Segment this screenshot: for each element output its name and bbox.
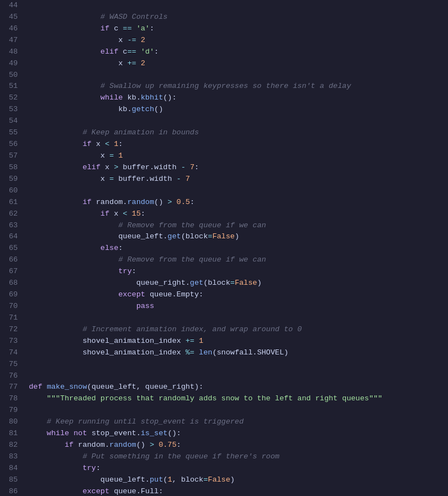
table-row: 85 queue_left.put(1, block=False) [9,474,448,486]
code-line-content: x += 2 [29,58,145,70]
table-row: 62 if x < 15: [9,208,448,220]
code-line-content: try: [29,266,136,278]
code-line-content: # WASD Controls [29,12,167,23]
line-number: 84 [9,463,29,474]
code-line-content: queue_right.get(block=False) [29,278,261,289]
line-number: 46 [9,23,29,35]
code-line-content: if random.random() > 0.75: [29,440,181,451]
code-line-content: pass [29,301,154,312]
table-row: 74 shovel_animation_index %= len(snowfal… [9,347,448,359]
code-line-content: x = 1 [29,150,123,162]
line-number: 68 [9,278,29,289]
line-number: 55 [9,127,29,139]
line-number: 83 [9,451,29,463]
line-number: 56 [9,139,29,150]
code-line-content [29,405,33,416]
code-line-content: # Remove from the queue if we can [29,254,266,266]
code-line-content [29,370,33,382]
table-row: 57 x = 1 [9,150,448,162]
line-number: 48 [9,46,29,58]
table-row: 65 else: [9,243,448,254]
line-number: 52 [9,92,29,104]
table-row: 46 if c == 'a': [9,23,448,35]
code-line-content: else: [29,243,123,254]
line-number: 86 [9,486,29,496]
line-number: 82 [9,440,29,451]
table-row: 52 while kb.kbhit(): [9,92,448,104]
line-number: 53 [9,104,29,116]
table-row: 54 [9,116,448,127]
line-number: 72 [9,324,29,336]
code-line-content [29,0,33,12]
line-number: 59 [9,174,29,185]
table-row: 70 pass [9,301,448,312]
line-number: 60 [9,185,29,197]
table-row: 79 [9,405,448,416]
table-row: 69 except queue.Empty: [9,289,448,301]
table-row: 78 """Threaded process that randomly add… [9,393,448,405]
table-row: 60 [9,185,448,197]
code-line-content: if random.random() > 0.5: [29,197,194,208]
code-line-content [29,359,33,370]
line-number: 54 [9,116,29,127]
table-row: 55 # Keep animation in bounds [9,127,448,139]
table-row: 48 elif c== 'd': [9,46,448,58]
table-row: 50 [9,70,448,81]
table-row: 84 try: [9,463,448,474]
code-line-content: shovel_animation_index %= len(snowfall.S… [29,347,288,359]
code-area: 44 45 # WASD Controls46 if c == 'a':47 x… [0,0,448,496]
code-line-content: if x < 15: [29,208,145,220]
table-row: 77def make_snow(queue_left, queue_right)… [9,382,448,393]
code-line-content: elif x > buffer.width - 7: [29,162,199,174]
code-line-content: if c == 'a': [29,23,154,35]
table-row: 44 [9,0,448,12]
line-number: 64 [9,231,29,243]
table-row: 86 except queue.Full: [9,486,448,496]
line-number: 71 [9,312,29,324]
line-number: 58 [9,162,29,174]
code-line-content: """Threaded process that randomly adds s… [29,393,382,405]
table-row: 58 elif x > buffer.width - 7: [9,162,448,174]
code-line-content: # Keep animation in bounds [29,127,199,139]
table-row: 53 kb.getch() [9,104,448,116]
code-line-content: kb.getch() [29,104,163,116]
table-row: 73 shovel_animation_index += 1 [9,336,448,347]
table-row: 82 if random.random() > 0.75: [9,440,448,451]
table-row: 61 if random.random() > 0.5: [9,197,448,208]
table-row: 45 # WASD Controls [9,12,448,23]
code-line-content: x = buffer.width - 7 [29,174,190,185]
table-row: 63 # Remove from the queue if we can [9,220,448,232]
line-number: 57 [9,150,29,162]
code-line-content: if x < 1: [29,139,123,150]
line-number: 73 [9,336,29,347]
line-number: 69 [9,289,29,301]
table-row: 71 [9,312,448,324]
line-number: 51 [9,81,29,92]
code-line-content: # Swallow up remaining keypresses so the… [29,81,351,92]
table-row: 56 if x < 1: [9,139,448,150]
code-line-content: except queue.Empty: [29,289,203,301]
code-line-content: # Put something in the queue if there's … [29,451,280,463]
code-line-content: try: [29,463,101,474]
line-number: 79 [9,405,29,416]
table-row: 81 while not stop_event.is_set(): [9,428,448,440]
code-line-content: # Remove from the queue if we can [29,220,266,232]
table-row: 59 x = buffer.width - 7 [9,174,448,185]
table-row: 80 # Keep running until stop_event is tr… [9,416,448,428]
line-number: 62 [9,208,29,220]
line-number: 77 [9,382,29,393]
table-row: 67 try: [9,266,448,278]
line-number: 47 [9,35,29,46]
code-line-content [29,116,33,127]
line-number: 75 [9,359,29,370]
table-row: 64 queue_left.get(block=False) [9,231,448,243]
line-number: 66 [9,254,29,266]
table-row: 76 [9,370,448,382]
code-line-content [29,70,33,81]
code-line-content [29,185,33,197]
line-number: 80 [9,416,29,428]
line-number: 70 [9,301,29,312]
line-number: 76 [9,370,29,382]
code-line-content: shovel_animation_index += 1 [29,336,203,347]
table-row: 68 queue_right.get(block=False) [9,278,448,289]
